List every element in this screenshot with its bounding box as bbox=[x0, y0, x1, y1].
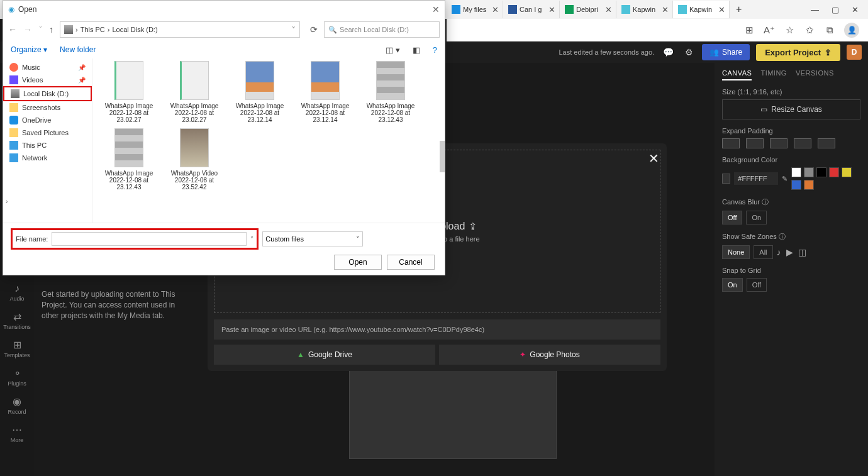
pad-option-5[interactable] bbox=[818, 138, 835, 148]
color-swatch[interactable] bbox=[791, 180, 801, 190]
open-button[interactable]: Open bbox=[334, 255, 382, 270]
bg-swatch-current[interactable] bbox=[722, 174, 730, 184]
nav-back-icon[interactable]: ← bbox=[8, 25, 17, 35]
color-swatch[interactable] bbox=[791, 167, 801, 177]
sidebar-item-onedrive[interactable]: OneDrive bbox=[3, 114, 92, 126]
organize-menu[interactable]: Organize ▾ bbox=[11, 45, 47, 54]
refresh-icon[interactable]: ⟳ bbox=[310, 25, 318, 35]
tab-close-icon[interactable]: ✕ bbox=[662, 5, 669, 14]
google-photos-button[interactable]: ✦Google Photos bbox=[439, 345, 660, 365]
tool-transitions[interactable]: ⇄Transitions bbox=[3, 311, 31, 330]
tab-timing[interactable]: TIMING bbox=[760, 69, 787, 80]
nav-recent-icon[interactable]: ˅ bbox=[38, 25, 43, 35]
share-button[interactable]: 👥Share bbox=[702, 44, 750, 60]
color-swatch[interactable] bbox=[829, 167, 839, 177]
youtube-icon[interactable]: ▶ bbox=[786, 247, 793, 257]
dialog-close-icon[interactable]: ✕ bbox=[432, 4, 440, 14]
pad-option-2[interactable] bbox=[746, 138, 764, 148]
filename-dropdown-icon[interactable]: ˅ bbox=[250, 236, 253, 243]
color-swatch[interactable] bbox=[804, 167, 814, 177]
file-item[interactable]: WhatsApp Video 2022-12-08 at 23.52.42 bbox=[164, 128, 225, 191]
close-icon[interactable]: ✕ bbox=[648, 151, 659, 166]
profile-icon[interactable]: 👤 bbox=[844, 23, 859, 38]
file-item[interactable]: WhatsApp Image 2022-12-08 at 23.12.43 bbox=[360, 61, 421, 123]
file-item[interactable]: WhatsApp Image 2022-12-08 at 23.12.14 bbox=[230, 61, 290, 123]
resize-canvas-button[interactable]: ▭Resize Canvas bbox=[722, 99, 860, 119]
tool-audio[interactable]: ♪Audio bbox=[9, 283, 24, 302]
tab-close-icon[interactable]: ✕ bbox=[492, 5, 499, 14]
paste-url-input[interactable]: Paste an image or video URL (e.g. https:… bbox=[214, 319, 660, 340]
tiktok-icon[interactable]: ♪ bbox=[777, 247, 781, 257]
minimize-icon[interactable]: — bbox=[811, 5, 819, 14]
file-item[interactable]: WhatsApp Image 2022-12-08 at 23.12.14 bbox=[295, 61, 355, 123]
preview-pane-icon[interactable]: ◧ bbox=[413, 45, 420, 55]
nav-forward-icon[interactable]: → bbox=[23, 25, 32, 35]
snap-off[interactable]: Off bbox=[747, 278, 767, 292]
read-aloud-icon[interactable]: A⁺ bbox=[764, 25, 775, 36]
sidebar-item-local-disk-d-[interactable]: Local Disk (D:) bbox=[3, 86, 92, 101]
search-input[interactable]: 🔍 Search Local Disk (D:) bbox=[324, 21, 440, 38]
browser-tab[interactable]: Can I g✕ bbox=[503, 1, 560, 18]
tab-canvas[interactable]: CANVAS bbox=[722, 69, 752, 80]
tab-close-icon[interactable]: ✕ bbox=[605, 5, 612, 14]
info-icon[interactable]: ⓘ bbox=[762, 198, 769, 206]
help-icon[interactable]: ? bbox=[433, 45, 437, 55]
file-item[interactable]: WhatsApp Image 2022-12-08 at 23.02.27 bbox=[99, 61, 159, 123]
google-drive-button[interactable]: ▲Google Drive bbox=[214, 345, 435, 365]
sidebar-item-saved-pictures[interactable]: Saved Pictures bbox=[3, 126, 92, 139]
file-item[interactable]: WhatsApp Image 2022-12-08 at 23.02.27 bbox=[164, 61, 225, 123]
tab-versions[interactable]: VERSIONS bbox=[796, 69, 834, 80]
pad-option-1[interactable] bbox=[722, 138, 740, 148]
snap-on[interactable]: On bbox=[722, 278, 743, 292]
user-avatar[interactable]: D bbox=[847, 45, 862, 60]
sidebar-item-this-pc[interactable]: This PC bbox=[3, 139, 92, 152]
chevron-down-icon[interactable]: ˅ bbox=[292, 26, 296, 34]
color-swatch[interactable] bbox=[804, 180, 814, 190]
maximize-icon[interactable]: ▢ bbox=[832, 5, 839, 14]
filetype-select[interactable]: Custom files ˅ bbox=[262, 231, 363, 246]
color-swatch[interactable] bbox=[842, 167, 852, 177]
expand-icon[interactable]: › bbox=[6, 198, 8, 205]
breadcrumb-disk[interactable]: Local Disk (D:) bbox=[112, 26, 157, 33]
browser-tab[interactable]: Kapwin✕ bbox=[616, 1, 673, 18]
sidebar-item-videos[interactable]: Videos📌 bbox=[3, 74, 92, 86]
color-swatch[interactable] bbox=[816, 167, 826, 177]
filename-input[interactable] bbox=[52, 232, 247, 246]
eyedropper-icon[interactable]: ✎ bbox=[782, 175, 787, 183]
bg-color-input[interactable] bbox=[734, 172, 778, 185]
blur-off[interactable]: Off bbox=[722, 211, 742, 224]
new-tab-button[interactable]: + bbox=[730, 4, 748, 15]
comments-icon[interactable]: 💬 bbox=[660, 47, 676, 57]
cancel-button[interactable]: Cancel bbox=[387, 255, 435, 270]
tool-more[interactable]: ⋯More bbox=[11, 424, 24, 443]
new-folder-button[interactable]: New folder bbox=[60, 45, 96, 54]
view-mode-icon[interactable]: ◫ ▾ bbox=[386, 45, 400, 55]
safe-all[interactable]: All bbox=[754, 245, 772, 259]
safe-none[interactable]: None bbox=[722, 245, 750, 259]
close-window-icon[interactable]: ✕ bbox=[852, 5, 859, 14]
pad-option-3[interactable] bbox=[770, 138, 787, 148]
tool-templates[interactable]: ⊞Templates bbox=[4, 339, 30, 358]
pad-option-4[interactable] bbox=[794, 138, 811, 148]
nav-up-icon[interactable]: ↑ bbox=[49, 25, 53, 35]
scrollbar[interactable] bbox=[440, 141, 445, 172]
tab-close-icon[interactable]: ✕ bbox=[718, 5, 725, 14]
browser-tab[interactable]: Debipri✕ bbox=[560, 1, 616, 18]
tab-close-icon[interactable]: ✕ bbox=[548, 5, 555, 14]
tool-plugins[interactable]: ⚬Plugins bbox=[8, 367, 26, 387]
sidebar-item-screenshots[interactable]: Screenshots bbox=[3, 101, 92, 114]
settings-icon[interactable]: ⚙ bbox=[682, 47, 696, 57]
info-icon[interactable]: ⓘ bbox=[779, 233, 786, 240]
collections-icon[interactable]: ⧉ bbox=[824, 25, 835, 36]
extensions-icon[interactable]: ⊞ bbox=[743, 25, 755, 36]
export-button[interactable]: Export Project⇪ bbox=[756, 44, 840, 61]
instagram-icon[interactable]: ◫ bbox=[798, 247, 806, 257]
browser-tab[interactable]: Kapwin✕ bbox=[673, 1, 730, 18]
blur-on[interactable]: On bbox=[746, 211, 767, 224]
address-bar[interactable]: › This PC › Local Disk (D:) ˅ bbox=[60, 21, 300, 38]
sidebar-item-network[interactable]: Network bbox=[3, 152, 92, 164]
browser-tab[interactable]: My files✕ bbox=[447, 1, 503, 18]
file-item[interactable]: WhatsApp Image 2022-12-08 at 23.12.43 bbox=[99, 128, 159, 191]
favorite-icon[interactable]: ☆ bbox=[784, 25, 795, 36]
favorites-bar-icon[interactable]: ✩ bbox=[804, 25, 815, 36]
